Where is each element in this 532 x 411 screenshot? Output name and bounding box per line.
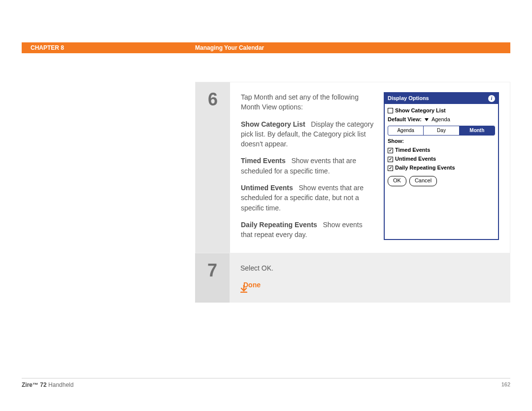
palm-button-row: OK Cancel — [388, 176, 495, 186]
checkbox-icon[interactable] — [388, 108, 393, 113]
page-number: 162 — [501, 381, 510, 388]
product-name: Zire™ 72 Handheld — [22, 381, 73, 388]
palm-default-view-label: Default View: — [388, 116, 422, 124]
checkbox-checked-icon[interactable] — [388, 157, 393, 162]
option-show-category: Show Category List Display the category … — [241, 119, 374, 149]
palm-show-text: Show: — [388, 137, 404, 145]
content-area: 6 Tap Month and set any of the following… — [195, 82, 510, 303]
palm-tab-day[interactable]: Day — [424, 126, 459, 136]
palm-cancel-button[interactable]: Cancel — [409, 176, 437, 186]
palm-tabs: Agenda Day Month — [388, 126, 495, 136]
chapter-label: CHAPTER 8 — [31, 44, 64, 51]
palm-ok-button[interactable]: OK — [388, 176, 406, 186]
step-6: 6 Tap Month and set any of the following… — [195, 82, 510, 253]
info-icon[interactable]: i — [488, 95, 495, 102]
option-lead: Show Category List — [241, 120, 305, 128]
palm-tab-agenda[interactable]: Agenda — [388, 126, 424, 136]
palm-row-default-view[interactable]: Default View: Agenda — [388, 116, 495, 124]
option-lead: Untimed Events — [241, 184, 293, 192]
palm-option-label: Daily Repeating Events — [395, 164, 455, 172]
dropdown-arrow-icon[interactable] — [425, 118, 429, 121]
palm-show-category-label: Show Category List — [395, 107, 446, 115]
checkbox-checked-icon[interactable] — [388, 148, 393, 153]
palm-option-timed[interactable]: Timed Events — [388, 146, 495, 154]
step-number: 7 — [195, 253, 230, 303]
page-header: CHAPTER 8 Managing Your Calendar — [22, 42, 510, 53]
done-indicator: Done — [240, 280, 499, 290]
step-instruction: Select OK. — [240, 263, 499, 273]
step-body: Select OK. Done — [230, 253, 510, 303]
palm-dialog-title-bar: Display Options i — [385, 93, 498, 104]
palm-option-untimed[interactable]: Untimed Events — [388, 155, 495, 163]
step-text: Select OK. Done — [240, 263, 499, 290]
palm-default-view-value: Agenda — [432, 116, 450, 124]
option-daily-repeating: Daily Repeating Events Show events that … — [241, 220, 374, 240]
section-title: Managing Your Calendar — [195, 44, 264, 51]
checkbox-checked-icon[interactable] — [388, 166, 393, 171]
page-footer: Zire™ 72 Handheld 162 — [22, 378, 510, 388]
palm-option-label: Timed Events — [395, 146, 430, 154]
palm-dialog-body: Show Category List Default View: Agenda … — [385, 104, 498, 190]
product-bold: Zire™ 72 — [22, 381, 47, 388]
palm-display-options-dialog: Display Options i Show Category List Def… — [384, 92, 499, 240]
step-text: Tap Month and set any of the following M… — [241, 92, 374, 240]
palm-row-show-category[interactable]: Show Category List — [388, 107, 495, 115]
palm-dialog-title: Display Options — [388, 95, 429, 103]
palm-option-daily-repeating[interactable]: Daily Repeating Events — [388, 164, 495, 172]
option-lead: Timed Events — [241, 157, 286, 165]
product-rest: Handheld — [47, 381, 74, 388]
option-timed-events: Timed Events Show events that are schedu… — [241, 156, 374, 176]
step-intro: Tap Month and set any of the following M… — [241, 92, 374, 112]
step-7: 7 Select OK. Done — [195, 253, 510, 303]
option-untimed-events: Untimed Events Show events that are sche… — [241, 183, 374, 213]
step-body: Tap Month and set any of the following M… — [230, 82, 510, 253]
palm-option-label: Untimed Events — [395, 155, 436, 163]
palm-show-label: Show: — [388, 137, 495, 145]
step-number: 6 — [196, 82, 230, 253]
option-lead: Daily Repeating Events — [241, 221, 317, 229]
palm-tab-month[interactable]: Month — [460, 126, 495, 136]
